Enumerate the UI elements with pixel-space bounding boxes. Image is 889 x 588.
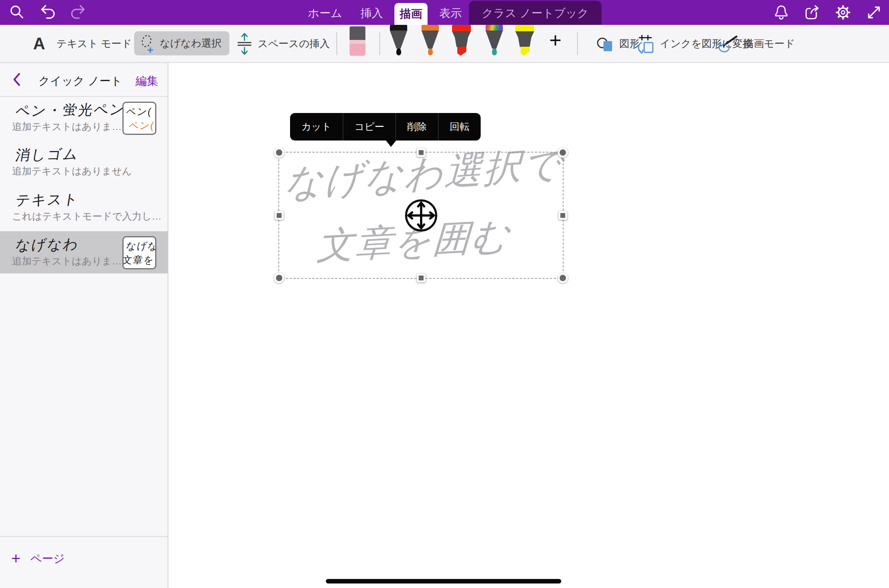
selection-handle-top-right[interactable] xyxy=(558,148,568,158)
copy-menu-item[interactable]: コピー xyxy=(343,113,396,141)
lasso-selection-box[interactable] xyxy=(278,152,564,279)
thumb-ink: なげな xyxy=(125,240,156,253)
notebook-title: クイック ノート xyxy=(38,73,122,89)
undo-icon[interactable] xyxy=(39,3,57,21)
tab-insert[interactable]: 挿入 xyxy=(360,0,383,25)
back-chevron-icon[interactable] xyxy=(12,72,21,87)
page-item-pen-highlighter[interactable]: ペン・蛍光ペン 追加テキストはありま… ペン( ペン( xyxy=(0,97,168,141)
page-subtitle: これはテキストモードで入力し… xyxy=(12,210,162,223)
eraser-tool[interactable] xyxy=(350,26,365,56)
selection-handle-top-left[interactable] xyxy=(274,148,284,158)
lasso-icon xyxy=(139,33,154,54)
page-subtitle: 追加テキストはありま… xyxy=(12,255,122,268)
page-title: 消しゴム xyxy=(14,145,80,165)
insert-space-icon xyxy=(237,31,252,56)
rotate-menu-item[interactable]: 回転 xyxy=(438,113,481,141)
menu-pointer-notch xyxy=(385,140,397,147)
page-title: ペン・蛍光ペン xyxy=(14,99,127,121)
toolbar-divider xyxy=(577,32,578,55)
draw-ribbon: A テキスト モード なげなわ選択 スペースの挿入 xyxy=(0,25,889,63)
selection-handle-left[interactable] xyxy=(275,211,284,220)
page-title: なげなわ xyxy=(14,235,81,255)
add-page-button[interactable]: + ページ xyxy=(11,550,65,568)
draw-mode-icon xyxy=(716,34,738,53)
ink-to-shape-icon xyxy=(636,33,655,55)
lasso-label: なげなわ選択 xyxy=(160,37,222,50)
selection-handle-bottom-left[interactable] xyxy=(274,273,284,283)
page-title: テキスト xyxy=(14,190,81,210)
page-thumbnail: なげな 文章を xyxy=(122,236,156,269)
selection-handle-bottom-right[interactable] xyxy=(558,273,568,283)
selection-handle-bottom[interactable] xyxy=(417,274,425,283)
yellow-highlighter-tool[interactable] xyxy=(515,25,534,56)
gear-icon[interactable] xyxy=(835,4,851,21)
tab-view[interactable]: 表示 xyxy=(439,0,462,25)
share-icon[interactable] xyxy=(804,4,821,21)
ink-context-menu: カット コピー 削除 回転 xyxy=(290,113,481,141)
redo-icon[interactable] xyxy=(69,3,87,21)
text-mode-label: テキスト モード xyxy=(57,37,132,50)
plus-icon: + xyxy=(11,550,21,568)
thumb-ink: ペン( xyxy=(125,105,153,118)
page-subtitle: 追加テキストはありません xyxy=(12,165,132,178)
onenote-app: ホーム 挿入 描画 表示 クラス ノートブック xyxy=(0,0,889,588)
draw-mode-button[interactable]: 描画モード xyxy=(716,25,795,62)
note-canvas[interactable]: なげなわ選択で 文章を囲む カット コピー xyxy=(169,63,889,588)
tab-home[interactable]: ホーム xyxy=(308,0,342,25)
edit-button[interactable]: 編集 xyxy=(136,73,158,89)
toolbar-divider xyxy=(336,32,337,55)
page-subtitle: 追加テキストはありま… xyxy=(12,120,122,133)
draw-mode-label: 描画モード xyxy=(744,37,795,50)
page-thumbnail: ペン( ペン( xyxy=(122,102,156,135)
page-item-eraser[interactable]: 消しゴム 追加テキストはありません xyxy=(0,141,168,186)
add-pen-button[interactable]: + xyxy=(549,28,562,52)
toolbar-divider xyxy=(379,32,380,55)
black-pen-tool[interactable] xyxy=(390,25,407,55)
text-mode-button[interactable]: A テキスト モード xyxy=(33,25,132,62)
expand-icon[interactable] xyxy=(866,4,882,21)
tab-draw[interactable]: 描画 xyxy=(394,3,428,25)
add-page-label: ページ xyxy=(31,551,65,567)
sidebar-footer: + ページ xyxy=(0,536,168,588)
delete-menu-item[interactable]: 削除 xyxy=(396,113,438,141)
top-app-bar: ホーム 挿入 描画 表示 クラス ノートブック xyxy=(0,0,889,25)
page-list-sidebar: クイック ノート 編集 ペン・蛍光ペン 追加テキストはありま… ペン( ペン( … xyxy=(0,63,168,588)
rainbow-pen-tool[interactable] xyxy=(486,25,503,55)
search-icon[interactable] xyxy=(8,4,25,21)
move-handle-icon[interactable] xyxy=(403,197,439,234)
cut-menu-item[interactable]: カット xyxy=(290,113,343,141)
selection-handle-top[interactable] xyxy=(417,148,425,157)
text-mode-letter-icon: A xyxy=(33,34,45,53)
thumb-ink: ペン( xyxy=(128,119,156,132)
shapes-icon xyxy=(597,35,614,53)
shapes-button[interactable]: 図形 xyxy=(597,25,640,62)
insert-space-button[interactable]: スペースの挿入 xyxy=(237,25,330,62)
thumb-ink: 文章を xyxy=(122,254,155,267)
lasso-select-button[interactable]: なげなわ選択 xyxy=(134,31,229,55)
home-indicator-bar[interactable] xyxy=(326,579,561,583)
tab-class-notebook[interactable]: クラス ノートブック xyxy=(469,1,602,25)
insert-space-label: スペースの挿入 xyxy=(258,37,330,50)
page-item-lasso[interactable]: なげなわ 追加テキストはありま… なげな 文章を xyxy=(0,231,168,273)
bell-icon[interactable] xyxy=(773,4,789,21)
selection-handle-right[interactable] xyxy=(559,211,567,220)
page-item-text[interactable]: テキスト これはテキストモードで入力し… xyxy=(0,186,168,231)
orange-pen-tool[interactable] xyxy=(422,25,439,55)
red-highlighter-tool[interactable] xyxy=(452,25,471,56)
sidebar-header: クイック ノート 編集 xyxy=(0,63,168,97)
